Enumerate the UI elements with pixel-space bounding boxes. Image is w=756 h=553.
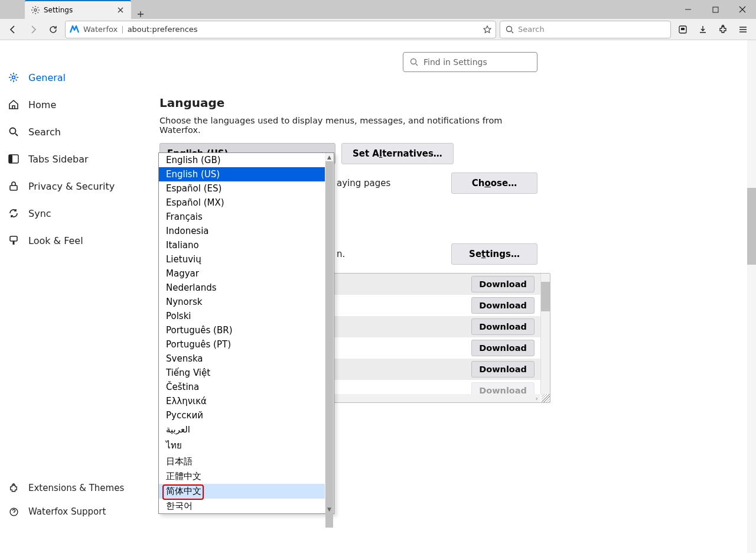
find-in-settings-wrap: Find in Settings: [403, 52, 756, 72]
search-placeholder: Search: [518, 25, 545, 34]
extensions-button[interactable]: [715, 21, 731, 38]
page-scrollbar[interactable]: [747, 40, 756, 553]
resize-grip[interactable]: [542, 394, 550, 402]
categories-sidebar: General Home Search Tabs Sidebar Privacy…: [0, 40, 148, 553]
sidebar-item-home[interactable]: Home: [0, 91, 148, 118]
dropdown-option[interactable]: Nynorsk: [159, 295, 334, 309]
identity-box[interactable]: Waterfox: [69, 24, 118, 35]
dropdown-option[interactable]: Lietuvių: [159, 252, 334, 266]
forward-button[interactable]: [25, 21, 41, 38]
dropdown-option[interactable]: 简体中文: [159, 484, 334, 499]
sidebar-item-look-feel[interactable]: Look & Feel: [0, 227, 148, 254]
table-scrollbar[interactable]: [540, 274, 550, 394]
download-button[interactable]: Download: [471, 340, 535, 356]
svg-point-5: [722, 25, 724, 27]
navigation-toolbar: Waterfox | about:preferences Search: [0, 19, 756, 40]
app-menu-button[interactable]: [735, 21, 751, 38]
webpage-language-fragment: aying pages: [337, 178, 390, 188]
dropdown-option[interactable]: Português (BR): [159, 323, 334, 337]
dropdown-option[interactable]: Español (MX): [159, 196, 334, 210]
help-icon: [7, 505, 20, 518]
sidebar-item-label: General: [28, 72, 66, 83]
dropdown-scrollbar[interactable]: ▲ ▼: [325, 153, 334, 513]
dropdown-option[interactable]: Magyar: [159, 266, 334, 281]
main-content: General Home Search Tabs Sidebar Privacy…: [0, 40, 756, 553]
dropdown-option[interactable]: Nederlands: [159, 281, 334, 295]
close-window-button[interactable]: [729, 0, 756, 19]
find-placeholder: Find in Settings: [423, 57, 487, 67]
find-in-settings-input[interactable]: Find in Settings: [403, 52, 537, 72]
choose-button[interactable]: Choose…: [451, 173, 537, 194]
sidebar-item-sync[interactable]: Sync: [0, 200, 148, 227]
dropdown-option[interactable]: Tiếng Việt: [159, 366, 334, 380]
dropdown-option[interactable]: Français: [159, 210, 334, 224]
browser-tab[interactable]: Settings: [25, 0, 131, 19]
sidebar-item-privacy[interactable]: Privacy & Security: [0, 173, 148, 200]
set-alternatives-button[interactable]: Set Alternatives…: [341, 143, 454, 164]
url-bar[interactable]: Waterfox | about:preferences: [65, 21, 496, 38]
downloads-button[interactable]: [695, 21, 711, 38]
download-button[interactable]: Download: [471, 297, 535, 314]
search-icon: [409, 57, 419, 67]
download-button[interactable]: Download: [471, 361, 535, 378]
download-button[interactable]: Download: [471, 318, 535, 335]
url-text: about:preferences: [128, 25, 198, 34]
svg-rect-4: [681, 28, 685, 30]
dropdown-option[interactable]: 한국어: [159, 499, 334, 513]
sidebar-item-search[interactable]: Search: [0, 118, 148, 145]
dropdown-option[interactable]: English (GB): [159, 153, 334, 167]
download-button[interactable]: Download: [471, 276, 535, 292]
translations-settings-button[interactable]: Settings…: [451, 243, 537, 265]
sidebar-item-general[interactable]: General: [0, 64, 148, 91]
tab-close-button[interactable]: [116, 5, 125, 15]
dropdown-option[interactable]: العربية: [159, 422, 334, 437]
svg-rect-12: [13, 241, 15, 245]
new-tab-button[interactable]: [131, 9, 150, 19]
sidebar-item-tabs-sidebar[interactable]: Tabs Sidebar: [0, 145, 148, 173]
dropdown-option[interactable]: Ελληνικά: [159, 394, 334, 408]
sidebar-extensions-themes[interactable]: Extensions & Themes: [0, 476, 148, 500]
table-row: Download: [328, 337, 540, 359]
svg-point-0: [34, 9, 37, 11]
dropdown-option[interactable]: 日本語: [159, 454, 334, 469]
dropdown-option[interactable]: Indonesia: [159, 224, 334, 238]
back-button[interactable]: [5, 21, 21, 38]
svg-rect-1: [713, 7, 718, 12]
dropdown-option[interactable]: Svenska: [159, 352, 334, 366]
svg-point-7: [10, 128, 16, 134]
svg-rect-11: [10, 236, 17, 241]
dropdown-option[interactable]: Čeština: [159, 380, 334, 394]
dropdown-option[interactable]: Español (ES): [159, 181, 334, 196]
minimize-button[interactable]: [674, 0, 702, 19]
paint-icon: [7, 234, 20, 247]
search-icon: [7, 125, 20, 138]
maximize-button[interactable]: [702, 0, 729, 19]
dropdown-option[interactable]: Русский: [159, 408, 334, 422]
sidebar-item-label: Home: [28, 99, 56, 110]
tab-title: Settings: [44, 6, 73, 14]
dropdown-option[interactable]: English (US): [159, 167, 334, 181]
dropdown-list: English (GB)English (US)Español (ES)Espa…: [159, 153, 334, 513]
reload-button[interactable]: [45, 21, 61, 38]
gear-icon: [31, 5, 40, 15]
download-button[interactable]: Download: [471, 382, 535, 394]
table-row: Download: [328, 316, 540, 337]
bookmark-star-icon[interactable]: [483, 25, 492, 34]
dropdown-option[interactable]: Polski: [159, 309, 334, 323]
dropdown-option[interactable]: Português (PT): [159, 337, 334, 352]
addon-icon: [7, 482, 20, 495]
search-icon: [505, 25, 514, 34]
sidebar-icon: [7, 152, 20, 165]
sidebar-item-label: Sync: [28, 208, 51, 219]
svg-point-15: [411, 59, 416, 64]
dropdown-option[interactable]: Italiano: [159, 238, 334, 252]
sidebar-item-label: Waterfox Support: [28, 506, 106, 517]
dropdown-option[interactable]: 正體中文: [159, 469, 334, 484]
url-separator: |: [121, 25, 123, 34]
dropdown-option[interactable]: ไทย: [159, 437, 334, 454]
sidebar-support[interactable]: Waterfox Support: [0, 500, 148, 523]
svg-rect-9: [9, 155, 12, 163]
tab-strip: Settings: [0, 0, 150, 19]
search-bar[interactable]: Search: [500, 21, 671, 38]
save-to-pocket-button[interactable]: [674, 21, 691, 38]
